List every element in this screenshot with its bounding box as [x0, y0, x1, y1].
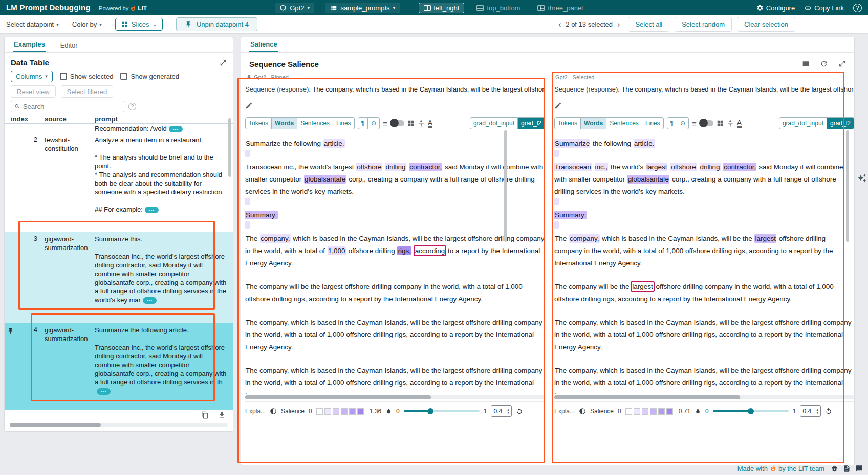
- download-icon[interactable]: [218, 411, 226, 419]
- table-row-partial[interactable]: Recommendation: Avoid•••: [5, 124, 233, 132]
- vertical-align-icon[interactable]: [418, 120, 425, 127]
- column-header-index[interactable]: index: [11, 115, 39, 123]
- salience-token[interactable]: drilling: [700, 163, 721, 171]
- salience-token[interactable]: [382, 163, 385, 171]
- salience-token[interactable]: contractor,: [723, 163, 756, 171]
- table-row-selected[interactable]: 3 gigaword-summarization Summarize this.…: [5, 232, 233, 323]
- grid-view-icon[interactable]: [407, 120, 415, 127]
- newline-token[interactable]: [554, 221, 559, 229]
- salience-token[interactable]: The: [554, 234, 569, 243]
- expand-module-icon[interactable]: [838, 60, 846, 67]
- newline-token[interactable]: [245, 198, 250, 205]
- paragraph-marks-button[interactable]: ¶: [667, 117, 677, 129]
- salience-token[interactable]: the world's: [608, 163, 646, 171]
- grad-dot-input-button[interactable]: grad_dot_input: [470, 117, 518, 129]
- grad-l2-button[interactable]: grad_l2: [827, 117, 854, 129]
- salience-token[interactable]: Summary:: [245, 211, 278, 219]
- salience-token[interactable]: The company, which is based in the Cayma…: [245, 366, 542, 394]
- panel-horizontal-scrollbar[interactable]: [554, 395, 854, 399]
- salience-token[interactable]: according: [415, 246, 446, 255]
- salience-token[interactable]: The: [245, 234, 260, 243]
- salience-token[interactable]: offshore: [670, 163, 697, 171]
- granularity-lines-button[interactable]: Lines: [642, 117, 664, 129]
- salience-token[interactable]: Summary:: [554, 211, 587, 219]
- table-row[interactable]: 2 fewshot-constitution Analyze a menu it…: [5, 132, 233, 232]
- unpin-datapoint-button[interactable]: Unpin datapoint 4: [176, 17, 257, 31]
- dataset-selector[interactable]: sample_prompts ▾: [326, 3, 400, 13]
- salience-token[interactable]: The company, which is based in the Cayma…: [554, 366, 852, 394]
- stepper-icons[interactable]: ▴▾: [507, 408, 509, 414]
- salience-token[interactable]: offshore drilling: [346, 246, 398, 255]
- select-all-button[interactable]: Select all: [628, 17, 669, 32]
- salience-token[interactable]: drilling: [385, 163, 406, 171]
- stepper-icons[interactable]: ▴▾: [816, 408, 818, 414]
- salience-token[interactable]: Transocean inc., the world's largest: [245, 163, 356, 171]
- edit-pencil-icon[interactable]: [245, 102, 253, 109]
- font-color-icon[interactable]: A: [428, 119, 432, 128]
- reset-icon[interactable]: [516, 408, 523, 415]
- salience-token[interactable]: inc.,: [595, 163, 609, 171]
- salience-token[interactable]: article.: [634, 139, 655, 148]
- granularity-tokens-button[interactable]: Tokens: [245, 117, 272, 129]
- salience-token[interactable]: which is based in the Cayman Islands, wi…: [600, 234, 755, 243]
- granularity-sentences-button[interactable]: Sentences: [606, 117, 642, 129]
- hide-special-tokens-button[interactable]: ⊙: [677, 117, 689, 129]
- salience-token[interactable]: company,: [260, 234, 291, 243]
- reset-view-button[interactable]: Reset view: [11, 85, 56, 98]
- granularity-lines-button[interactable]: Lines: [333, 117, 355, 129]
- slider-thumb[interactable]: [427, 408, 433, 414]
- select-datapoint-dropdown[interactable]: Select datapoint ▾: [6, 20, 59, 28]
- layout-left-right-button[interactable]: left_right: [419, 3, 465, 13]
- configure-button[interactable]: Configure: [756, 4, 795, 12]
- show-selected-checkbox[interactable]: Show selected: [60, 73, 114, 80]
- salience-token[interactable]: The company will be the largest offshore…: [245, 282, 523, 303]
- help-icon[interactable]: ?: [853, 4, 862, 12]
- salience-token[interactable]: Transocean: [554, 163, 592, 171]
- panel-vertical-scrollbar[interactable]: [846, 130, 849, 242]
- slices-button[interactable]: Slices ⌄: [115, 18, 163, 31]
- table-row-pinned[interactable]: 4 gigaword-summarization Summarize the f…: [5, 323, 233, 410]
- display-toggle[interactable]: [700, 120, 713, 126]
- salience-token[interactable]: largest: [632, 282, 654, 291]
- salience-token[interactable]: contractor,: [409, 163, 442, 171]
- table-horizontal-scrollbar[interactable]: [10, 423, 228, 427]
- panel-vertical-scrollbar[interactable]: [504, 130, 507, 242]
- expand-text-chip[interactable]: •••: [145, 207, 159, 213]
- grad-dot-input-button[interactable]: grad_dot_input: [779, 117, 827, 129]
- copy-icon[interactable]: [201, 411, 209, 419]
- salience-token[interactable]: rigs,: [397, 246, 411, 255]
- newline-token[interactable]: [245, 221, 250, 229]
- clear-selection-button[interactable]: Clear selection: [737, 17, 795, 32]
- tab-editor[interactable]: Editor: [59, 39, 79, 52]
- salience-token[interactable]: [592, 163, 595, 171]
- layout-three-panel-button[interactable]: three_panel: [532, 3, 588, 13]
- column-header-source[interactable]: source: [45, 115, 90, 123]
- columns-button[interactable]: Columns ▾: [11, 71, 53, 82]
- gamma-slider[interactable]: [404, 410, 480, 412]
- expand-text-chip[interactable]: •••: [169, 126, 183, 132]
- layout-top-bottom-button[interactable]: top_bottom: [471, 3, 525, 13]
- salience-token[interactable]: globalsantafe: [304, 175, 346, 184]
- model-selector[interactable]: Gpt2 ▾: [275, 3, 314, 13]
- salience-token[interactable]: [411, 246, 415, 255]
- tab-salience[interactable]: Salience: [249, 38, 278, 52]
- reset-icon[interactable]: [825, 408, 832, 415]
- show-generated-checkbox[interactable]: Show generated: [120, 73, 179, 80]
- search-input[interactable]: [23, 103, 121, 110]
- edit-pencil-icon[interactable]: [554, 102, 562, 109]
- next-datapoint-button[interactable]: ›: [617, 20, 620, 29]
- hide-special-tokens-button[interactable]: ⊙: [368, 117, 380, 129]
- salience-token[interactable]: company,: [569, 234, 600, 243]
- scrollbar-thumb[interactable]: [10, 423, 101, 427]
- previous-datapoint-button[interactable]: ‹: [558, 20, 561, 29]
- expand-text-chip[interactable]: •••: [143, 297, 157, 304]
- dense-view-icon[interactable]: ≡: [383, 120, 387, 127]
- display-toggle[interactable]: [390, 120, 404, 126]
- granularity-tokens-button[interactable]: Tokens: [554, 117, 581, 129]
- salience-token[interactable]: the following: [590, 139, 634, 148]
- bug-report-icon[interactable]: [831, 465, 838, 472]
- table-vertical-scrollbar[interactable]: [228, 118, 231, 177]
- expand-module-icon[interactable]: [220, 58, 227, 67]
- column-header-prompt[interactable]: prompt: [95, 115, 227, 123]
- salience-token[interactable]: globalsantafe: [627, 175, 669, 184]
